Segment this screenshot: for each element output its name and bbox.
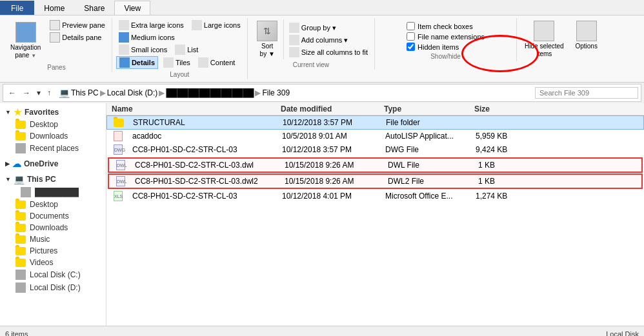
- onedrive-header[interactable]: ▶ ☁ OneDrive: [0, 157, 106, 170]
- extra-large-icons-button[interactable]: Extra large icons: [116, 19, 186, 31]
- file-icon-4: DWL: [114, 176, 127, 186]
- file-area: Name Date modified Type Size STRUCTURAL …: [106, 103, 644, 326]
- size-all-cols-button[interactable]: Size all columns to fit: [287, 46, 370, 58]
- group-by-icon: [289, 23, 299, 33]
- sidebar-item-downloads[interactable]: Downloads: [0, 130, 106, 142]
- hidden-items-row[interactable]: Hidden items: [407, 43, 459, 51]
- table-row[interactable]: STRUCTURAL 10/12/2018 3:57 PM File folde…: [106, 115, 644, 130]
- small-label: Small icons: [131, 46, 167, 54]
- file-name-1: acaddoc: [127, 132, 282, 141]
- sidebar-item-desktop2[interactable]: Desktop: [0, 199, 106, 210]
- hide-selected-button[interactable]: Hide selecteditems: [521, 19, 568, 59]
- details-button[interactable]: Details: [116, 56, 158, 69]
- tab-view[interactable]: View: [114, 1, 150, 15]
- options-button[interactable]: Options: [570, 19, 603, 51]
- content-icon: [198, 57, 208, 68]
- main-area: ▼ ★ Favorites Desktop Downloads Recent p…: [0, 103, 644, 326]
- item-checkboxes-cb[interactable]: [407, 22, 415, 30]
- onedrive-cloud-icon: ☁: [12, 159, 21, 169]
- address-path[interactable]: 💻 This PC ▶ Local Disk (D:) ▶ ██████████…: [59, 88, 532, 98]
- recent-button[interactable]: ▾: [34, 87, 43, 99]
- local-disk-d-icon: [15, 282, 26, 293]
- large-icon: [192, 20, 202, 30]
- back-button[interactable]: ←: [6, 87, 19, 99]
- panes-content: Navigationpane ▼ Preview pane Details pa…: [5, 19, 108, 62]
- desktop2-icon: [15, 201, 26, 209]
- sort-label: Sortby ▼: [260, 43, 275, 58]
- col-size-header[interactable]: Size: [474, 104, 526, 114]
- add-columns-button[interactable]: Add columns ▾: [287, 34, 370, 46]
- group-by-button[interactable]: Group by ▾: [287, 22, 370, 34]
- favorites-header[interactable]: ▼ ★ Favorites: [0, 106, 106, 119]
- sidebar-item-pictures[interactable]: Pictures: [0, 245, 106, 257]
- medium-icons-button[interactable]: Medium icons: [116, 32, 177, 43]
- sidebar-item-videos[interactable]: Videos: [0, 257, 106, 268]
- tab-file[interactable]: File: [0, 1, 34, 15]
- group-by-label: Group by ▾: [301, 24, 336, 32]
- size-all-cols-label: Size all columns to fit: [301, 48, 368, 56]
- sidebar-item-desktop[interactable]: Desktop: [0, 119, 106, 130]
- hide-options-group: Hide selecteditems Options: [517, 18, 607, 70]
- item-checkboxes-row[interactable]: Item check boxes: [407, 22, 473, 30]
- sidebar-item-recent[interactable]: Recent places: [0, 142, 106, 155]
- hidden-items-cb[interactable]: [407, 43, 415, 51]
- forward-button[interactable]: →: [20, 87, 33, 99]
- items-count: 6 items: [5, 330, 28, 337]
- sidebar-item-downloads2[interactable]: Downloads: [0, 222, 106, 233]
- table-row[interactable]: XLS CC8-PH01-SD-C2-STR-CL-03 10/12/2018 …: [106, 190, 644, 203]
- preview-pane-icon: [50, 20, 60, 30]
- list-button[interactable]: List: [172, 44, 201, 55]
- preview-pane-button[interactable]: Preview pane: [47, 19, 108, 31]
- file-icon-3: DWL: [114, 160, 127, 170]
- current-view-group: ⇅ Sortby ▼ Group by ▾ Add columns ▾: [248, 18, 375, 70]
- large-icons-button[interactable]: Large icons: [189, 19, 243, 31]
- table-row[interactable]: acaddoc 10/5/2018 9:01 AM AutoLISP Appli…: [106, 130, 644, 143]
- file-size-3: 1 KB: [478, 161, 530, 170]
- status-bar: 6 items Local Disk: [0, 326, 644, 336]
- small-icons-button[interactable]: Small icons: [116, 44, 170, 55]
- file-date-2: 10/12/2018 3:57 PM: [282, 145, 385, 154]
- sidebar-item-music[interactable]: Music: [0, 233, 106, 245]
- downloads-folder-icon: [15, 132, 26, 141]
- table-row[interactable]: DWL CC8-PH01-SD-C2-STR-CL-03.dwl2 10/15/…: [108, 173, 643, 189]
- this-pc-header[interactable]: ▼ 💻 This PC: [0, 173, 106, 186]
- file-name-extensions-cb[interactable]: [407, 32, 415, 41]
- up-button[interactable]: ↑: [45, 87, 54, 99]
- col-date-label: Date modified: [281, 104, 332, 114]
- search-input[interactable]: [535, 87, 638, 99]
- sidebar-item-this-pc-sub[interactable]: ████████: [0, 186, 106, 199]
- details-pane-button[interactable]: Details pane: [47, 32, 108, 43]
- file-name-2: CC8-PH01-SD-C2-STR-CL-03: [127, 145, 282, 154]
- sidebar-item-local-disk-d[interactable]: Local Disk (D:): [0, 281, 106, 294]
- extra-large-icon: [119, 20, 129, 30]
- file-name-4: CC8-PH01-SD-C2-STR-CL-03.dwl2: [130, 177, 285, 186]
- tab-home[interactable]: Home: [34, 1, 74, 15]
- col-date-header[interactable]: Date modified: [281, 104, 384, 114]
- nav-pane-icon: [15, 22, 36, 43]
- file-name-extensions-row[interactable]: File name extensions: [407, 32, 485, 41]
- file-icon-0: [112, 117, 125, 128]
- tiles-button[interactable]: Tiles: [161, 56, 193, 69]
- file-size-2: 9,424 KB: [476, 145, 527, 154]
- sidebar-item-documents[interactable]: Documents: [0, 210, 106, 222]
- navigation-pane-button[interactable]: Navigationpane ▼: [5, 19, 46, 62]
- local-disk-c-icon: [15, 270, 26, 280]
- hide-selected-icon: [534, 21, 554, 41]
- file-icon-1: [112, 131, 125, 141]
- sidebar-item-local-disk-c[interactable]: Local Disk (C:): [0, 268, 106, 281]
- medium-icon: [119, 32, 129, 43]
- music-icon: [15, 235, 26, 244]
- file-date-4: 10/15/2018 9:26 AM: [285, 177, 388, 186]
- col-size-label: Size: [474, 104, 490, 114]
- this-pc-section: ▼ 💻 This PC ████████ Desktop Documents D…: [0, 173, 106, 294]
- table-row[interactable]: DWL CC8-PH01-SD-C2-STR-CL-03.dwl 10/15/2…: [108, 157, 643, 173]
- local-disk-d-label: Local Disk (D:): [30, 283, 81, 292]
- details-pane-icon: [50, 32, 60, 43]
- local-disk-c-label: Local Disk (C:): [30, 270, 81, 279]
- sort-button[interactable]: ⇅ Sortby ▼: [252, 19, 284, 59]
- table-row[interactable]: DWG CC8-PH01-SD-C2-STR-CL-03 10/12/2018 …: [106, 143, 644, 157]
- col-name-header[interactable]: Name: [106, 104, 281, 114]
- tab-share[interactable]: Share: [74, 1, 114, 15]
- content-button[interactable]: Content: [196, 56, 238, 69]
- col-type-header[interactable]: Type: [384, 104, 474, 114]
